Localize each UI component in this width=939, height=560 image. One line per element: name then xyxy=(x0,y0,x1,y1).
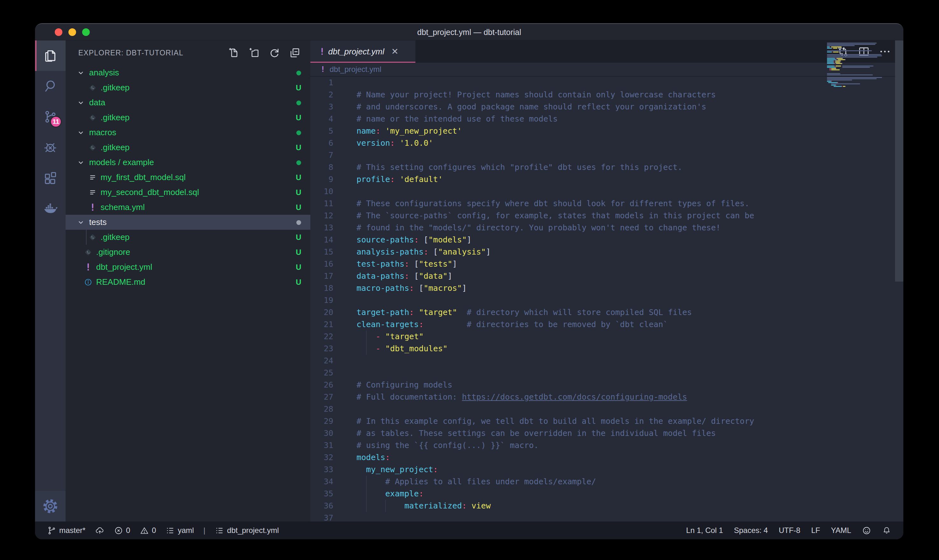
activity-search-button[interactable] xyxy=(35,71,66,102)
code-line-18[interactable]: 18macro-paths: ["macros"] xyxy=(310,282,904,294)
git-status-badge: U xyxy=(293,233,304,242)
line-number: 19 xyxy=(310,294,357,306)
code-line-32[interactable]: 32models: xyxy=(310,451,904,464)
status-lf[interactable]: LF xyxy=(811,526,820,535)
code-line-29[interactable]: 29# In this example config, we tell dbt … xyxy=(310,415,904,427)
line-content: # name or the intended use of these mode… xyxy=(357,113,904,125)
tree-item-models-example[interactable]: models / example xyxy=(66,155,310,170)
code-line-4[interactable]: 4# name or the intended use of these mod… xyxy=(310,113,904,125)
status-feedback-smiley[interactable] xyxy=(862,526,871,535)
tree-item-analysis[interactable]: analysis xyxy=(66,65,310,80)
status-0[interactable]: 0 xyxy=(114,526,130,535)
tree-item-schema-yml[interactable]: !schema.ymlU xyxy=(66,200,310,215)
activity-explorer-button[interactable] xyxy=(35,40,66,71)
tree-item-my-first-dbt-model-sql[interactable]: my_first_dbt_model.sqlU xyxy=(66,170,310,185)
collapse-folders-icon[interactable] xyxy=(289,47,301,59)
code-line-1[interactable]: 1 xyxy=(310,77,904,89)
code-line-26[interactable]: 26# Configuring models xyxy=(310,379,904,391)
code-line-27[interactable]: 27# Full documentation: https://docs.get… xyxy=(310,391,904,403)
status-ln-1-col-1[interactable]: Ln 1, Col 1 xyxy=(686,526,723,535)
code-line-6[interactable]: 6version: '1.0.0' xyxy=(310,137,904,149)
status-cloud-upload[interactable] xyxy=(95,526,105,535)
new-file-icon[interactable] xyxy=(228,47,240,59)
code-line-25[interactable]: 25 xyxy=(310,367,904,379)
activity-debug-button[interactable] xyxy=(35,132,66,163)
status-spaces-4[interactable]: Spaces: 4 xyxy=(734,526,768,535)
tree-item-dbt-project-yml[interactable]: !dbt_project.ymlU xyxy=(66,260,310,275)
code-line-8[interactable]: 8# This setting configures which "profil… xyxy=(310,161,904,174)
breadcrumb-file[interactable]: dbt_project.yml xyxy=(329,65,381,74)
breadcrumb[interactable]: ! dbt_project.yml xyxy=(310,63,904,77)
code-line-28[interactable]: 28 xyxy=(310,403,904,415)
status-dbt-project-yml[interactable]: dbt_project.yml xyxy=(215,526,279,535)
tree-item--gitkeep[interactable]: .gitkeepU xyxy=(66,110,310,125)
code-line-15[interactable]: 15analysis-paths: ["analysis"] xyxy=(310,246,904,258)
code-line-31[interactable]: 31# using the `{{ config(...) }}` macro. xyxy=(310,439,904,451)
line-content xyxy=(357,149,904,161)
git-file-icon xyxy=(88,84,97,92)
line-number: 32 xyxy=(310,451,357,464)
line-content: - "dbt_modules" xyxy=(357,343,904,355)
code-line-33[interactable]: 33 my_new_project: xyxy=(310,464,904,476)
status-master-[interactable]: master* xyxy=(47,526,86,535)
code-line-17[interactable]: 17data-paths: ["data"] xyxy=(310,270,904,282)
line-number: 23 xyxy=(310,343,357,355)
tab-close-icon[interactable]: ✕ xyxy=(391,46,399,57)
tab-dbt-project-yml[interactable]: ! dbt_project.yml ✕ xyxy=(310,40,416,63)
status-yaml[interactable]: yaml xyxy=(166,526,194,535)
code-line-30[interactable]: 30# as tables. These settings can be ove… xyxy=(310,427,904,439)
tree-item--gitignore[interactable]: .gitignoreU xyxy=(66,245,310,260)
line-content: # Full documentation: https://docs.getdb… xyxy=(357,391,904,403)
yaml-file-icon: ! xyxy=(84,262,92,273)
titlebar[interactable]: dbt_project.yml — dbt-tutorial xyxy=(35,24,904,40)
activity-source-control-button[interactable]: 11 xyxy=(35,102,66,132)
code-line-2[interactable]: 2# Name your project! Project names shou… xyxy=(310,89,904,101)
code-line-3[interactable]: 3# and underscores. A good package name … xyxy=(310,101,904,113)
refresh-icon[interactable] xyxy=(268,47,280,59)
code-line-34[interactable]: 34 # Applies to all files under models/e… xyxy=(310,476,904,488)
tree-item--gitkeep[interactable]: .gitkeepU xyxy=(66,230,310,245)
code-line-22[interactable]: 22 - "target" xyxy=(310,331,904,343)
minimap[interactable] xyxy=(827,41,894,522)
tree-item--gitkeep[interactable]: .gitkeepU xyxy=(66,80,310,95)
tree-item-tests[interactable]: tests xyxy=(66,215,310,230)
line-number: 27 xyxy=(310,391,357,403)
code-line-13[interactable]: 13# found in the "models/" directory. Yo… xyxy=(310,222,904,234)
code-line-10[interactable]: 10 xyxy=(310,186,904,198)
tree-item-macros[interactable]: macros xyxy=(66,125,310,140)
code-line-14[interactable]: 14source-paths: ["models"] xyxy=(310,234,904,246)
status-0[interactable]: 0 xyxy=(140,526,156,535)
code-line-11[interactable]: 11# These configurations specify where d… xyxy=(310,198,904,210)
code-line-35[interactable]: 35 example: xyxy=(310,488,904,500)
scrollbar-thumb[interactable] xyxy=(895,40,904,282)
code-line-5[interactable]: 5name: 'my_new_project' xyxy=(310,125,904,137)
tree-item--gitkeep[interactable]: .gitkeepU xyxy=(66,140,310,155)
list-tree-icon xyxy=(166,526,175,535)
tree-item-my-second-dbt-model-sql[interactable]: my_second_dbt_model.sqlU xyxy=(66,185,310,200)
status-utf-8[interactable]: UTF-8 xyxy=(779,526,800,535)
activity-docker-button[interactable] xyxy=(35,193,66,224)
code-line-16[interactable]: 16test-paths: ["tests"] xyxy=(310,258,904,270)
code-area[interactable]: 12# Name your project! Project names sho… xyxy=(310,77,904,522)
indent-guide xyxy=(366,476,367,488)
code-line-21[interactable]: 21clean-targets: # directories to be rem… xyxy=(310,318,904,331)
file-label: my_first_dbt_model.sql xyxy=(101,172,186,182)
activity-extensions-button[interactable] xyxy=(35,163,66,193)
code-line-9[interactable]: 9profile: 'default' xyxy=(310,174,904,186)
status-bell[interactable] xyxy=(882,526,891,535)
tree-item-readme-md[interactable]: README.mdU xyxy=(66,275,310,289)
code-line-19[interactable]: 19 xyxy=(310,294,904,306)
git-status-badge: U xyxy=(293,278,304,287)
code-line-24[interactable]: 24 xyxy=(310,355,904,367)
status-yaml[interactable]: YAML xyxy=(831,526,851,535)
new-folder-icon[interactable] xyxy=(248,47,260,59)
explorer-header: EXPLORER: DBT-TUTORIAL xyxy=(66,40,310,65)
code-line-7[interactable]: 7 xyxy=(310,149,904,161)
code-line-12[interactable]: 12# The `source-paths` config, for examp… xyxy=(310,210,904,222)
code-line-37[interactable]: 37 xyxy=(310,512,904,522)
code-line-20[interactable]: 20target-path: "target" # directory whic… xyxy=(310,306,904,318)
code-line-23[interactable]: 23 - "dbt_modules" xyxy=(310,343,904,355)
activity-settings-button[interactable] xyxy=(35,491,66,522)
tree-item-data[interactable]: data xyxy=(66,95,310,110)
code-line-36[interactable]: 36 materialized: view xyxy=(310,500,904,512)
